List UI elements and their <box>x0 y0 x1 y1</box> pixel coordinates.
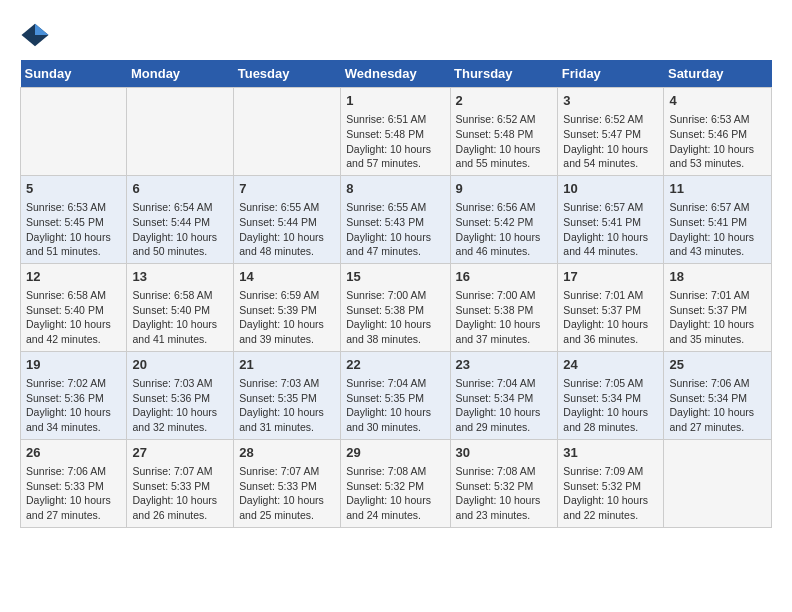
cell-content: Sunrise: 7:09 AM Sunset: 5:32 PM Dayligh… <box>563 464 658 523</box>
cell-content: Sunrise: 7:06 AM Sunset: 5:34 PM Dayligh… <box>669 376 766 435</box>
calendar-cell: 3Sunrise: 6:52 AM Sunset: 5:47 PM Daylig… <box>558 88 664 176</box>
calendar-cell: 1Sunrise: 6:51 AM Sunset: 5:48 PM Daylig… <box>341 88 450 176</box>
cell-content: Sunrise: 6:55 AM Sunset: 5:43 PM Dayligh… <box>346 200 444 259</box>
calendar-cell: 22Sunrise: 7:04 AM Sunset: 5:35 PM Dayli… <box>341 351 450 439</box>
calendar-cell: 20Sunrise: 7:03 AM Sunset: 5:36 PM Dayli… <box>127 351 234 439</box>
calendar-cell: 17Sunrise: 7:01 AM Sunset: 5:37 PM Dayli… <box>558 263 664 351</box>
calendar-week-row: 5Sunrise: 6:53 AM Sunset: 5:45 PM Daylig… <box>21 175 772 263</box>
calendar-cell <box>664 439 772 527</box>
calendar-cell: 25Sunrise: 7:06 AM Sunset: 5:34 PM Dayli… <box>664 351 772 439</box>
calendar-week-row: 26Sunrise: 7:06 AM Sunset: 5:33 PM Dayli… <box>21 439 772 527</box>
calendar-cell: 8Sunrise: 6:55 AM Sunset: 5:43 PM Daylig… <box>341 175 450 263</box>
svg-marker-1 <box>35 24 49 35</box>
cell-content: Sunrise: 7:01 AM Sunset: 5:37 PM Dayligh… <box>669 288 766 347</box>
calendar-cell: 18Sunrise: 7:01 AM Sunset: 5:37 PM Dayli… <box>664 263 772 351</box>
day-number: 11 <box>669 180 766 198</box>
calendar-week-row: 19Sunrise: 7:02 AM Sunset: 5:36 PM Dayli… <box>21 351 772 439</box>
day-number: 3 <box>563 92 658 110</box>
cell-content: Sunrise: 6:51 AM Sunset: 5:48 PM Dayligh… <box>346 112 444 171</box>
day-number: 1 <box>346 92 444 110</box>
day-number: 6 <box>132 180 228 198</box>
calendar-cell: 24Sunrise: 7:05 AM Sunset: 5:34 PM Dayli… <box>558 351 664 439</box>
calendar-cell: 13Sunrise: 6:58 AM Sunset: 5:40 PM Dayli… <box>127 263 234 351</box>
calendar-cell <box>127 88 234 176</box>
day-number: 12 <box>26 268 121 286</box>
calendar-cell: 26Sunrise: 7:06 AM Sunset: 5:33 PM Dayli… <box>21 439 127 527</box>
calendar-cell: 28Sunrise: 7:07 AM Sunset: 5:33 PM Dayli… <box>234 439 341 527</box>
calendar-header-tuesday: Tuesday <box>234 60 341 88</box>
calendar-cell: 15Sunrise: 7:00 AM Sunset: 5:38 PM Dayli… <box>341 263 450 351</box>
calendar-cell: 29Sunrise: 7:08 AM Sunset: 5:32 PM Dayli… <box>341 439 450 527</box>
calendar-cell: 9Sunrise: 6:56 AM Sunset: 5:42 PM Daylig… <box>450 175 558 263</box>
calendar-header-saturday: Saturday <box>664 60 772 88</box>
calendar-cell: 2Sunrise: 6:52 AM Sunset: 5:48 PM Daylig… <box>450 88 558 176</box>
calendar-header-thursday: Thursday <box>450 60 558 88</box>
day-number: 8 <box>346 180 444 198</box>
day-number: 17 <box>563 268 658 286</box>
day-number: 5 <box>26 180 121 198</box>
calendar-week-row: 1Sunrise: 6:51 AM Sunset: 5:48 PM Daylig… <box>21 88 772 176</box>
cell-content: Sunrise: 7:07 AM Sunset: 5:33 PM Dayligh… <box>132 464 228 523</box>
day-number: 18 <box>669 268 766 286</box>
day-number: 9 <box>456 180 553 198</box>
cell-content: Sunrise: 7:05 AM Sunset: 5:34 PM Dayligh… <box>563 376 658 435</box>
cell-content: Sunrise: 7:03 AM Sunset: 5:36 PM Dayligh… <box>132 376 228 435</box>
cell-content: Sunrise: 7:03 AM Sunset: 5:35 PM Dayligh… <box>239 376 335 435</box>
day-number: 4 <box>669 92 766 110</box>
calendar-cell <box>21 88 127 176</box>
calendar-header-friday: Friday <box>558 60 664 88</box>
calendar-cell: 31Sunrise: 7:09 AM Sunset: 5:32 PM Dayli… <box>558 439 664 527</box>
cell-content: Sunrise: 6:56 AM Sunset: 5:42 PM Dayligh… <box>456 200 553 259</box>
logo-icon <box>20 20 50 50</box>
cell-content: Sunrise: 6:57 AM Sunset: 5:41 PM Dayligh… <box>563 200 658 259</box>
calendar-cell: 4Sunrise: 6:53 AM Sunset: 5:46 PM Daylig… <box>664 88 772 176</box>
cell-content: Sunrise: 6:58 AM Sunset: 5:40 PM Dayligh… <box>26 288 121 347</box>
calendar-header-sunday: Sunday <box>21 60 127 88</box>
day-number: 24 <box>563 356 658 374</box>
calendar-cell: 30Sunrise: 7:08 AM Sunset: 5:32 PM Dayli… <box>450 439 558 527</box>
day-number: 7 <box>239 180 335 198</box>
day-number: 27 <box>132 444 228 462</box>
cell-content: Sunrise: 7:00 AM Sunset: 5:38 PM Dayligh… <box>456 288 553 347</box>
calendar-cell <box>234 88 341 176</box>
calendar-cell: 6Sunrise: 6:54 AM Sunset: 5:44 PM Daylig… <box>127 175 234 263</box>
calendar-week-row: 12Sunrise: 6:58 AM Sunset: 5:40 PM Dayli… <box>21 263 772 351</box>
calendar-cell: 14Sunrise: 6:59 AM Sunset: 5:39 PM Dayli… <box>234 263 341 351</box>
day-number: 28 <box>239 444 335 462</box>
cell-content: Sunrise: 6:53 AM Sunset: 5:46 PM Dayligh… <box>669 112 766 171</box>
day-number: 21 <box>239 356 335 374</box>
day-number: 13 <box>132 268 228 286</box>
calendar-cell: 12Sunrise: 6:58 AM Sunset: 5:40 PM Dayli… <box>21 263 127 351</box>
day-number: 15 <box>346 268 444 286</box>
day-number: 23 <box>456 356 553 374</box>
day-number: 31 <box>563 444 658 462</box>
cell-content: Sunrise: 7:04 AM Sunset: 5:34 PM Dayligh… <box>456 376 553 435</box>
page-header <box>20 20 772 50</box>
day-number: 26 <box>26 444 121 462</box>
calendar-cell: 10Sunrise: 6:57 AM Sunset: 5:41 PM Dayli… <box>558 175 664 263</box>
cell-content: Sunrise: 7:01 AM Sunset: 5:37 PM Dayligh… <box>563 288 658 347</box>
cell-content: Sunrise: 7:04 AM Sunset: 5:35 PM Dayligh… <box>346 376 444 435</box>
cell-content: Sunrise: 7:08 AM Sunset: 5:32 PM Dayligh… <box>456 464 553 523</box>
cell-content: Sunrise: 6:52 AM Sunset: 5:48 PM Dayligh… <box>456 112 553 171</box>
logo <box>20 20 54 50</box>
calendar-cell: 11Sunrise: 6:57 AM Sunset: 5:41 PM Dayli… <box>664 175 772 263</box>
cell-content: Sunrise: 6:55 AM Sunset: 5:44 PM Dayligh… <box>239 200 335 259</box>
cell-content: Sunrise: 7:08 AM Sunset: 5:32 PM Dayligh… <box>346 464 444 523</box>
day-number: 10 <box>563 180 658 198</box>
calendar-cell: 27Sunrise: 7:07 AM Sunset: 5:33 PM Dayli… <box>127 439 234 527</box>
day-number: 16 <box>456 268 553 286</box>
cell-content: Sunrise: 7:06 AM Sunset: 5:33 PM Dayligh… <box>26 464 121 523</box>
day-number: 25 <box>669 356 766 374</box>
calendar-cell: 23Sunrise: 7:04 AM Sunset: 5:34 PM Dayli… <box>450 351 558 439</box>
cell-content: Sunrise: 6:57 AM Sunset: 5:41 PM Dayligh… <box>669 200 766 259</box>
cell-content: Sunrise: 6:52 AM Sunset: 5:47 PM Dayligh… <box>563 112 658 171</box>
cell-content: Sunrise: 7:02 AM Sunset: 5:36 PM Dayligh… <box>26 376 121 435</box>
calendar-cell: 21Sunrise: 7:03 AM Sunset: 5:35 PM Dayli… <box>234 351 341 439</box>
cell-content: Sunrise: 6:58 AM Sunset: 5:40 PM Dayligh… <box>132 288 228 347</box>
calendar-header-row: SundayMondayTuesdayWednesdayThursdayFrid… <box>21 60 772 88</box>
calendar-cell: 7Sunrise: 6:55 AM Sunset: 5:44 PM Daylig… <box>234 175 341 263</box>
cell-content: Sunrise: 7:00 AM Sunset: 5:38 PM Dayligh… <box>346 288 444 347</box>
cell-content: Sunrise: 7:07 AM Sunset: 5:33 PM Dayligh… <box>239 464 335 523</box>
calendar-header-wednesday: Wednesday <box>341 60 450 88</box>
